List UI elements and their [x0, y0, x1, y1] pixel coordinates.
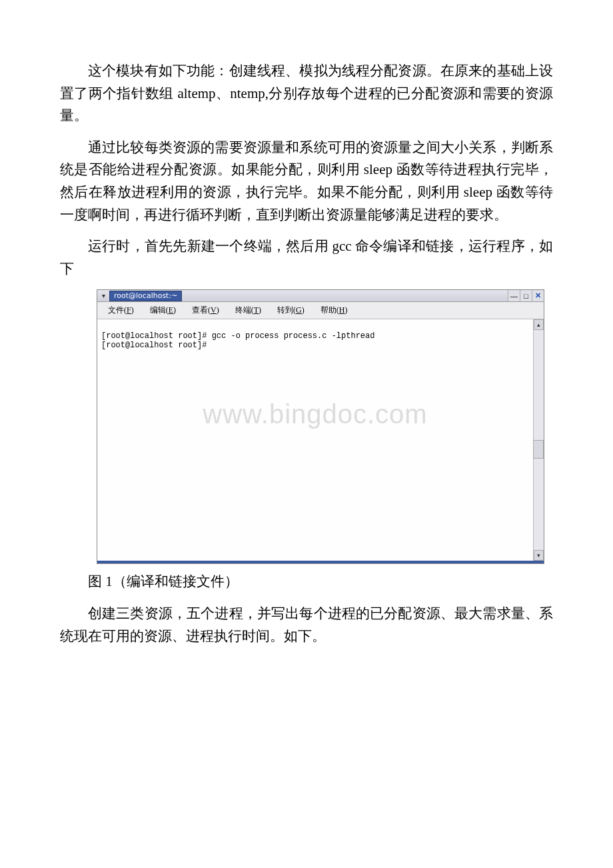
- paragraph-1: 这个模块有如下功能：创建线程、模拟为线程分配资源。在原来的基础上设置了两个指针数…: [60, 60, 553, 127]
- terminal-line-1: [root@localhost root]# gcc -o process pr…: [101, 331, 374, 341]
- terminal-output[interactable]: [root@localhost root]# gcc -o process pr…: [97, 319, 533, 561]
- paragraph-4: 创建三类资源，五个进程，并写出每个进程的已分配资源、最大需求量、系统现在可用的资…: [60, 603, 553, 647]
- figure-caption: 图 1（编译和链接文件）: [60, 571, 553, 593]
- menu-file[interactable]: 文件(F): [100, 303, 142, 317]
- scroll-up-button[interactable]: ▴: [534, 319, 544, 330]
- menu-bar: 文件(F) 编辑(E) 查看(V) 终端(T) 转到(G) 帮助(H): [97, 302, 544, 319]
- menu-edit[interactable]: 编辑(E): [142, 303, 184, 317]
- window-titlebar: ▾ root@localhost:~ — □ ✕: [97, 290, 544, 302]
- maximize-button[interactable]: □: [520, 290, 532, 301]
- close-button[interactable]: ✕: [532, 290, 544, 301]
- watermark-text: www.bingdoc.com: [203, 399, 427, 429]
- scroll-thumb[interactable]: [533, 440, 544, 459]
- window-title: root@localhost:~: [109, 291, 182, 301]
- window-bottom-border: [97, 561, 544, 563]
- scroll-track[interactable]: [534, 330, 544, 550]
- scroll-down-button[interactable]: ▾: [534, 550, 544, 561]
- terminal-screenshot: ▾ root@localhost:~ — □ ✕ 文件(F) 编辑(E) 查看(…: [97, 289, 544, 564]
- menu-help[interactable]: 帮助(H): [312, 303, 356, 317]
- window-menu-icon[interactable]: ▾: [97, 292, 109, 299]
- minimize-button[interactable]: —: [508, 290, 520, 301]
- menu-go[interactable]: 转到(G): [269, 303, 312, 317]
- terminal-line-2: [root@localhost root]#: [101, 341, 212, 350]
- scrollbar[interactable]: ▴ ▾: [533, 319, 544, 561]
- paragraph-3: 运行时，首先先新建一个终端，然后用 gcc 命令编译和链接，运行程序，如下: [60, 235, 553, 280]
- menu-terminal[interactable]: 终端(T): [227, 303, 269, 317]
- menu-view[interactable]: 查看(V): [184, 303, 227, 317]
- paragraph-2: 通过比较每类资源的需要资源量和系统可用的资源量之间大小关系，判断系统是否能给进程…: [60, 137, 553, 226]
